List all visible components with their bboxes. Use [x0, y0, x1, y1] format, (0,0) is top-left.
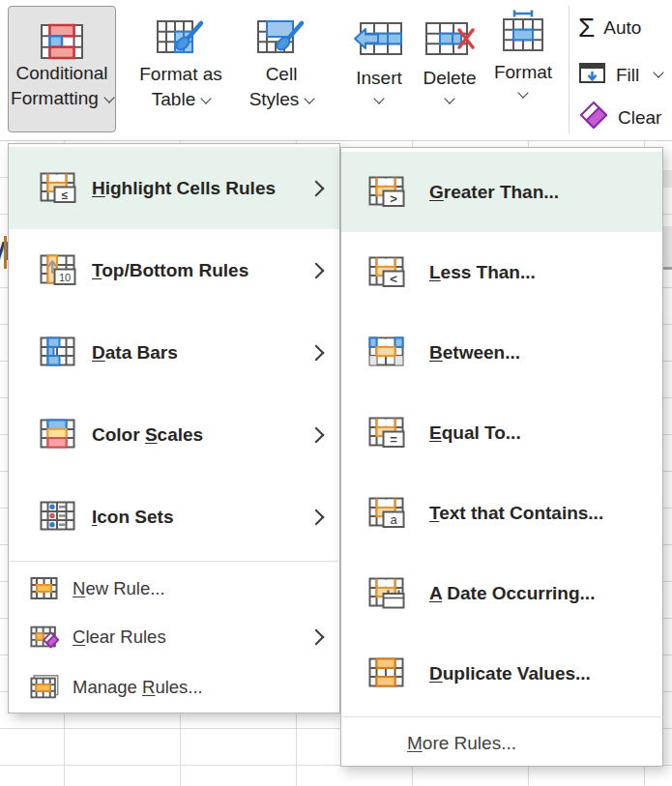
- format-cells-icon: [500, 4, 546, 54]
- menu-item-highlight-cells-rules[interactable]: ≤ Highlight Cells Rules: [9, 147, 339, 229]
- menu-item-label: Highlight Cells Rules: [92, 178, 276, 199]
- delete-cells-icon: [424, 10, 476, 60]
- menu-item-clear-rules[interactable]: Clear Rules: [9, 612, 339, 662]
- svg-text:>: >: [390, 191, 397, 206]
- chevron-down-icon: [517, 87, 528, 98]
- cell-styles-button[interactable]: Cell Styles: [242, 6, 321, 112]
- menu-item-top-bottom-rules[interactable]: 10 Top/Bottom Rules: [9, 229, 339, 311]
- background-cell-border: [4, 236, 7, 269]
- submenu-item-duplicate-values[interactable]: Duplicate Values...: [341, 633, 662, 713]
- menu-item-label: Manage Rules...: [73, 677, 203, 698]
- menu-item-icon-sets[interactable]: Icon Sets: [9, 476, 339, 558]
- menu-item-color-scales[interactable]: Color Scales: [9, 393, 339, 476]
- button-label: Insert: [356, 68, 402, 89]
- background-cell-edge: [663, 267, 672, 270]
- delete-button[interactable]: Delete: [418, 10, 482, 105]
- submenu-item-label: Greater Than...: [429, 182, 559, 203]
- manage-rules-icon: [30, 674, 61, 701]
- chevron-down-icon: [305, 93, 315, 103]
- button-label: Format: [494, 62, 552, 83]
- button-label-line2: Table: [152, 89, 195, 109]
- between-icon: [368, 335, 413, 371]
- submenu-arrow-icon: [308, 509, 325, 525]
- top-bottom-rules-icon: 10: [40, 252, 84, 289]
- button-label: Delete: [424, 68, 477, 89]
- autosum-button[interactable]: Σ Auto: [578, 14, 641, 43]
- menu-item-label: Clear Rules: [73, 626, 166, 648]
- submenu-item-label: Duplicate Values...: [429, 663, 591, 684]
- submenu-item-label: A Date Occurring...: [429, 583, 595, 604]
- background-cell-shade: [663, 226, 672, 269]
- insert-button[interactable]: Insert: [348, 10, 410, 105]
- clear-button[interactable]: Clear: [578, 100, 661, 135]
- chevron-down-icon: [654, 67, 664, 77]
- submenu-arrow-icon: [308, 262, 325, 278]
- submenu-arrow-icon: [308, 426, 325, 443]
- cell-styles-icon: [256, 6, 307, 62]
- format-as-table-button[interactable]: Format as Table: [123, 6, 239, 112]
- icon-sets-icon: [40, 499, 84, 536]
- data-bars-icon: [40, 335, 84, 371]
- submenu-item-label: Equal To...: [429, 422, 521, 444]
- submenu-separator: [342, 716, 661, 717]
- submenu-arrow-icon: [308, 180, 325, 196]
- conditional-formatting-icon: [40, 7, 84, 61]
- a-date-occurring-icon: [368, 575, 413, 612]
- submenu-item-a-date-occurring[interactable]: A Date Occurring...: [341, 553, 662, 633]
- ribbon-group-separator: [569, 6, 570, 133]
- less-than-icon: <: [368, 254, 413, 291]
- background-cell-shade: [663, 170, 672, 188]
- ribbon: Conditional Formatting Format as Table: [0, 0, 672, 140]
- button-label-line2: Styles: [249, 89, 300, 109]
- chevron-down-icon: [444, 93, 454, 103]
- submenu-item-less-than[interactable]: < Less Than...: [341, 232, 662, 312]
- submenu-arrow-icon: [308, 344, 325, 361]
- menu-item-label: New Rule...: [73, 578, 165, 599]
- submenu-item-greater-than[interactable]: > Greater Than...: [341, 152, 662, 232]
- greater-than-icon: >: [368, 174, 413, 211]
- svg-text:<: <: [390, 272, 397, 286]
- button-label-line1: Cell: [266, 62, 298, 87]
- chevron-down-icon: [373, 93, 384, 103]
- text-that-contains-icon: a: [368, 495, 413, 532]
- submenu-item-label: More Rules...: [407, 733, 516, 754]
- conditional-formatting-button[interactable]: Conditional Formatting: [8, 6, 116, 132]
- fill-button[interactable]: Fill: [578, 59, 662, 91]
- button-label-line1: Format as: [139, 62, 222, 87]
- format-button[interactable]: Format: [489, 4, 557, 100]
- eraser-icon: [578, 100, 609, 135]
- color-scales-icon: [40, 417, 84, 453]
- submenu-item-more-rules[interactable]: More Rules...: [341, 721, 662, 766]
- submenu-item-equal-to[interactable]: = Equal To...: [341, 393, 662, 473]
- chevron-down-icon: [103, 92, 114, 102]
- chevron-down-icon: [201, 93, 212, 103]
- equal-to-icon: =: [368, 415, 413, 451]
- submenu-arrow-icon: [308, 629, 325, 646]
- menu-item-label: Color Scales: [92, 424, 203, 446]
- insert-cells-icon: [353, 10, 405, 60]
- button-label-line2: Formatting: [11, 88, 99, 108]
- menu-separator: [10, 561, 338, 562]
- submenu-item-text-that-contains[interactable]: a Text that Contains...: [341, 473, 662, 553]
- submenu-item-label: Less Than...: [429, 262, 536, 283]
- conditional-formatting-menu: ≤ Highlight Cells Rules 10 Top/Bottom Ru…: [8, 143, 340, 713]
- menu-item-new-rule[interactable]: New Rule...: [9, 566, 339, 612]
- fill-down-icon: [578, 59, 607, 91]
- svg-text:≤: ≤: [62, 188, 69, 201]
- menu-item-manage-rules[interactable]: Manage Rules...: [9, 662, 339, 713]
- button-label: Fill: [616, 65, 639, 86]
- menu-item-label: Data Bars: [92, 342, 178, 364]
- button-label: Auto: [603, 17, 641, 39]
- submenu-item-label: Between...: [429, 342, 520, 364]
- menu-item-label: Icon Sets: [92, 507, 173, 528]
- new-rule-icon: [30, 575, 61, 602]
- highlight-cells-rules-icon: ≤: [40, 170, 84, 207]
- highlight-cells-rules-submenu: > Greater Than... < Less Than...: [340, 147, 663, 767]
- menu-item-label: Top/Bottom Rules: [92, 260, 248, 281]
- submenu-item-between[interactable]: Between...: [341, 312, 662, 393]
- svg-text:a: a: [390, 512, 397, 527]
- format-as-table-icon: [156, 6, 206, 62]
- duplicate-values-icon: [368, 655, 413, 692]
- clear-rules-icon: [30, 624, 61, 651]
- menu-item-data-bars[interactable]: Data Bars: [9, 311, 339, 393]
